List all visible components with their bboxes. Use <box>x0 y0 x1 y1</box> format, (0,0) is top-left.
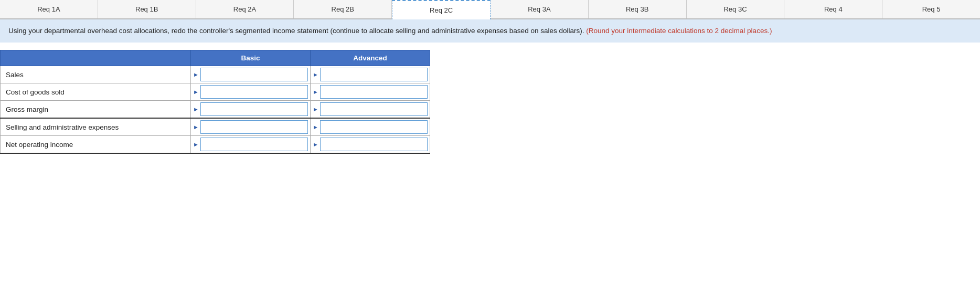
tab-req5[interactable]: Req 5 <box>882 0 980 18</box>
instruction-box: Using your departmental overhead cost al… <box>0 19 980 43</box>
row-label-1: Cost of goods sold <box>1 83 191 101</box>
tab-req3b[interactable]: Req 3B <box>589 0 687 18</box>
tab-req3c[interactable]: Req 3C <box>687 0 785 18</box>
tab-req3a[interactable]: Req 3A <box>491 0 589 18</box>
input-cell-advanced-2: ► <box>311 101 430 119</box>
tab-req2a[interactable]: Req 2A <box>196 0 294 18</box>
arrow-basic-4: ► <box>191 136 200 153</box>
input-basic-4[interactable] <box>200 138 308 151</box>
input-wrapper-basic-3: ► <box>191 119 310 135</box>
input-cell-basic-2: ► <box>191 101 311 119</box>
tab-req4[interactable]: Req 4 <box>784 0 882 18</box>
row-label-4: Net operating income <box>1 136 191 154</box>
row-label-0: Sales <box>1 66 191 83</box>
arrow-advanced-2: ► <box>311 101 320 118</box>
arrow-advanced-0: ► <box>311 66 320 83</box>
input-cell-advanced-1: ► <box>311 83 430 101</box>
input-cell-basic-3: ► <box>191 118 311 136</box>
input-cell-basic-1: ► <box>191 83 311 101</box>
input-cell-advanced-3: ► <box>311 118 430 136</box>
instruction-warning-text: (Round your intermediate calculations to… <box>586 27 772 35</box>
arrow-basic-0: ► <box>191 66 200 83</box>
input-cell-basic-0: ► <box>191 66 311 83</box>
arrow-basic-3: ► <box>191 119 200 135</box>
input-advanced-4[interactable] <box>320 138 428 151</box>
input-wrapper-advanced-0: ► <box>311 66 430 83</box>
tab-req2c[interactable]: Req 2C <box>392 0 491 19</box>
input-advanced-3[interactable] <box>320 120 428 134</box>
instruction-main-text: Using your departmental overhead cost al… <box>8 27 584 35</box>
arrow-advanced-1: ► <box>311 83 320 100</box>
input-advanced-1[interactable] <box>320 85 428 99</box>
input-basic-0[interactable] <box>200 68 308 81</box>
input-wrapper-basic-4: ► <box>191 136 310 153</box>
input-advanced-2[interactable] <box>320 102 428 116</box>
arrow-advanced-4: ► <box>311 136 320 153</box>
input-wrapper-advanced-3: ► <box>311 119 430 135</box>
tab-req1b[interactable]: Req 1B <box>98 0 196 18</box>
input-wrapper-basic-1: ► <box>191 83 310 100</box>
input-cell-advanced-0: ► <box>311 66 430 83</box>
input-wrapper-basic-0: ► <box>191 66 310 83</box>
tab-req1a[interactable]: Req 1A <box>0 0 98 18</box>
input-wrapper-advanced-2: ► <box>311 101 430 118</box>
input-wrapper-advanced-1: ► <box>311 83 430 100</box>
arrow-basic-1: ► <box>191 83 200 100</box>
col-header-advanced: Advanced <box>311 50 430 66</box>
input-wrapper-basic-2: ► <box>191 101 310 118</box>
arrow-advanced-3: ► <box>311 119 320 135</box>
input-advanced-0[interactable] <box>320 68 428 81</box>
row-label-3: Selling and administrative expenses <box>1 118 191 136</box>
income-table: Basic Advanced Sales ► ► Cost of goods s… <box>0 50 430 154</box>
input-cell-basic-4: ► <box>191 136 311 154</box>
arrow-basic-2: ► <box>191 101 200 118</box>
input-basic-2[interactable] <box>200 102 308 116</box>
input-basic-3[interactable] <box>200 120 308 134</box>
col-header-empty <box>1 50 191 66</box>
table-area: Basic Advanced Sales ► ► Cost of goods s… <box>0 43 980 154</box>
tab-req2b[interactable]: Req 2B <box>294 0 392 18</box>
input-wrapper-advanced-4: ► <box>311 136 430 153</box>
col-header-basic: Basic <box>191 50 311 66</box>
input-basic-1[interactable] <box>200 85 308 99</box>
input-cell-advanced-4: ► <box>311 136 430 154</box>
row-label-2: Gross margin <box>1 101 191 119</box>
tab-bar: Req 1A Req 1B Req 2A Req 2B Req 2C Req 3… <box>0 0 980 19</box>
